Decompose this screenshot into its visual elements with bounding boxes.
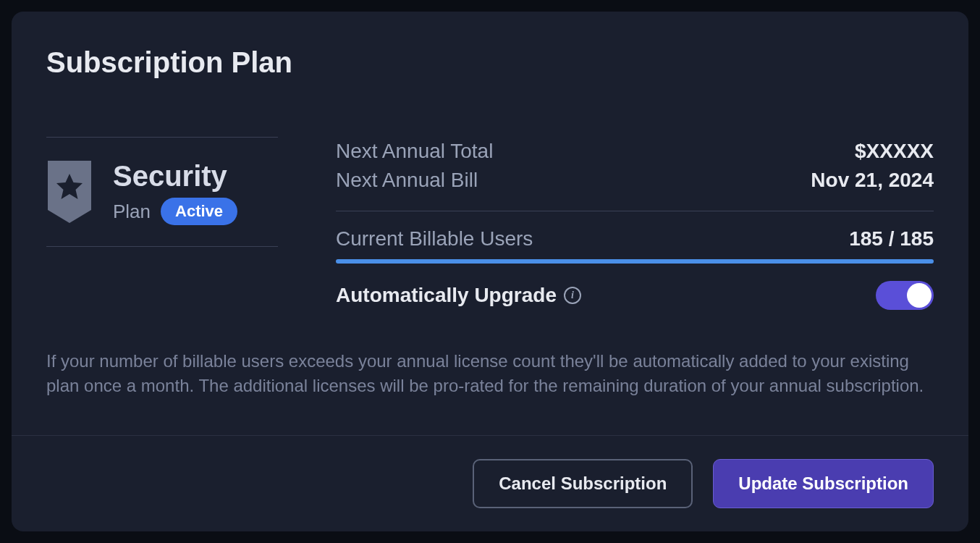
auto-upgrade-toggle[interactable] [876,281,934,310]
page-title: Subscription Plan [46,46,934,79]
status-badge: Active [161,198,237,225]
billing-column: Next Annual Total $XXXXX Next Annual Bil… [336,137,934,310]
next-total-row: Next Annual Total $XXXXX [336,137,934,166]
auto-upgrade-label: Automatically Upgrade [336,284,557,307]
plan-column: Security Plan Active [46,137,278,310]
next-bill-label: Next Annual Bill [336,169,478,192]
next-total-label: Next Annual Total [336,140,493,163]
next-total-value: $XXXXX [855,140,934,163]
plan-sub-row: Plan Active [113,198,237,225]
users-value: 185 / 185 [849,227,934,251]
card-body: Subscription Plan Security [12,12,968,435]
users-label: Current Billable Users [336,227,533,251]
next-bill-row: Next Annual Bill Nov 21, 2024 [336,166,934,195]
users-row: Current Billable Users 185 / 185 [336,224,934,253]
divider [336,211,934,211]
plan-info: Security Plan Active [113,161,237,225]
plan-sub-label: Plan [113,201,151,223]
card-footer: Cancel Subscription Update Subscription [12,435,968,531]
auto-upgrade-label-wrap: Automatically Upgrade i [336,284,581,307]
users-progress-bar [336,259,934,264]
users-progress-fill [336,259,934,264]
subscription-plan-card: Subscription Plan Security [12,12,968,531]
main-row: Security Plan Active Next Annual Total $… [46,137,934,310]
update-subscription-button[interactable]: Update Subscription [713,459,934,508]
auto-upgrade-row: Automatically Upgrade i [336,281,934,310]
plan-name: Security [113,161,237,190]
shield-star-icon [46,161,93,226]
description-text: If your number of billable users exceeds… [46,349,934,397]
toggle-knob [907,283,932,308]
next-bill-value: Nov 21, 2024 [811,169,934,192]
cancel-subscription-button[interactable]: Cancel Subscription [473,459,693,508]
plan-box: Security Plan Active [46,137,278,247]
info-icon[interactable]: i [564,287,581,304]
